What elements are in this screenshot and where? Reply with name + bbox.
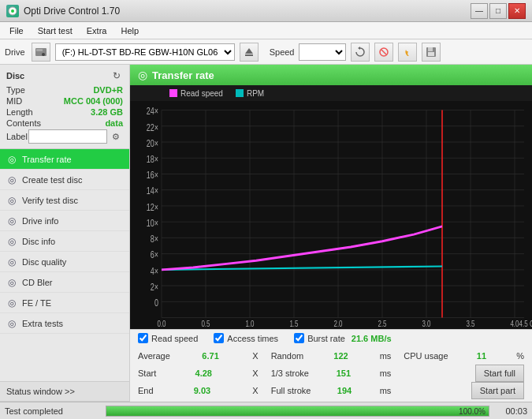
start-unit: X [252,368,258,378]
nav-item-cd-bler[interactable]: ◎ CD Bler [0,272,129,293]
svg-text:4×: 4× [151,265,158,276]
nav-item-drive-info[interactable]: ◎ Drive info [0,211,129,231]
cpu-value: 11 [477,351,486,361]
menu-help[interactable]: Help [114,23,145,39]
checkboxes-row: Read speed Access times Burst rate 21.6 … [130,329,532,346]
svg-text:0.0: 0.0 [157,319,166,329]
stat-row-cpu: CPU usage 11 % [404,348,524,364]
menu-extra[interactable]: Extra [80,23,113,39]
end-unit: X [252,386,258,395]
disc-panel-title: Disc [6,71,24,80]
nav-item-disc-quality[interactable]: ◎ Disc quality [0,252,129,272]
svg-text:18×: 18× [147,153,158,164]
nav-item-disc-info[interactable]: ◎ Disc info [0,231,129,252]
speed-select[interactable] [299,43,346,61]
transfer-rate-icon: ◎ [6,154,17,165]
nav-label-drive-info: Drive info [22,216,58,226]
drive-eject-btn[interactable] [240,43,259,62]
burst-rate-checkbox-item[interactable]: Burst rate 21.6 MB/s [294,333,391,343]
drive-select[interactable]: (F:) HL-DT-ST BD-RE GBW-H10N GL06 [55,43,235,61]
nav-label-disc-quality: Disc quality [22,257,66,267]
label-settings-btn[interactable]: ⚙ [109,129,123,144]
svg-text:12×: 12× [147,201,158,212]
transfer-rate-chart: 24× 22× 20× 18× 16× 14× 12× 10× 8× 6× 4×… [130,101,532,329]
legend-rpm-dot [236,89,244,97]
erase-btn[interactable] [374,43,393,62]
progress-bar-container: 100.0% [106,406,489,417]
status-window-label: Status window >> [6,387,75,396]
burst-rate-checkbox-label: Burst rate [307,334,345,343]
svg-line-9 [381,50,386,54]
stat-row-start: Start 4.28 X [138,365,259,381]
right-panel: ◎ Transfer rate Read speed RPM [130,65,532,402]
nav-item-transfer-rate[interactable]: ◎ Transfer rate [0,149,129,170]
disc-label-label: Label [6,132,28,141]
stat-row-start-full[interactable]: Start full [404,365,524,381]
svg-rect-11 [428,47,433,51]
nav-item-fe-te[interactable]: ◎ FE / TE [0,293,129,313]
svg-rect-4 [36,49,43,51]
window-controls: — □ ✕ [471,3,526,19]
main-content: Disc ↻ Type DVD+R MID MCC 004 (000) Leng… [0,65,532,402]
svg-rect-13 [130,101,532,329]
average-unit: X [252,351,258,361]
burn-btn[interactable] [398,43,417,62]
cpu-unit: % [516,351,524,361]
start-part-button[interactable]: Start part [471,382,524,399]
create-test-disc-icon: ◎ [6,174,17,185]
read-speed-checkbox-item[interactable]: Read speed [138,333,198,343]
close-button[interactable]: ✕ [508,3,526,19]
legend-read-speed: Read speed [169,89,223,98]
burst-rate-value: 21.6 MB/s [352,334,392,343]
svg-text:16×: 16× [147,170,158,181]
disc-label-input[interactable] [28,129,107,144]
svg-text:2.5: 2.5 [378,319,386,329]
start-full-button[interactable]: Start full [475,365,524,382]
speed-label: Speed [270,47,295,57]
read-speed-checkbox[interactable] [138,333,148,343]
nav-items: ◎ Transfer rate ◎ Create test disc ◎ Ver… [0,149,129,381]
menu-file[interactable]: File [3,23,30,39]
save-btn[interactable] [422,43,441,62]
legend-read-speed-label: Read speed [180,89,223,98]
disc-mid-label: MID [6,96,22,106]
svg-text:1.0: 1.0 [245,319,254,329]
nav-item-verify-test-disc[interactable]: ◎ Verify test disc [0,190,129,211]
maximize-button[interactable]: □ [489,3,507,19]
end-value: 9.03 [194,386,210,395]
disc-length-label: Length [6,107,33,117]
chart-area: 24× 22× 20× 18× 16× 14× 12× 10× 8× 6× 4×… [130,101,532,329]
stat-row-start-part[interactable]: Start part [404,383,524,398]
stat-row-stroke1: 1/3 stroke 151 ms [271,365,392,381]
disc-type-value: DVD+R [93,85,123,95]
menu-start-test[interactable]: Start test [32,23,79,39]
nav-label-disc-info: Disc info [22,237,55,246]
full-stroke-label: Full stroke [271,386,311,395]
access-times-checkbox[interactable] [214,333,224,343]
nav-item-extra-tests[interactable]: ◎ Extra tests [0,313,129,334]
svg-text:20×: 20× [147,137,158,148]
access-times-checkbox-item[interactable]: Access times [214,333,278,343]
disc-contents-label: Contents [6,118,41,128]
svg-text:3.5: 3.5 [466,319,474,329]
random-label: Random [271,351,304,361]
nav-item-create-test-disc[interactable]: ◎ Create test disc [0,170,129,190]
status-window-btn[interactable]: Status window >> [0,381,129,402]
nav-label-fe-te: FE / TE [22,298,51,308]
minimize-button[interactable]: — [471,3,488,19]
random-unit: ms [380,351,392,361]
chart-header-icon: ◎ [138,69,147,81]
disc-refresh-btn[interactable]: ↻ [110,69,123,82]
app-icon [6,5,19,17]
burst-rate-checkbox[interactable] [294,333,304,343]
svg-text:24×: 24× [147,106,158,117]
disc-type-label: Type [6,85,25,95]
disc-contents-value: data [105,118,123,128]
disc-mid-value: MCC 004 (000) [64,96,123,106]
cd-bler-icon: ◎ [6,277,17,288]
svg-text:2.0: 2.0 [333,319,342,329]
drive-icon-btn[interactable] [32,43,50,62]
speed-refresh-btn[interactable] [351,43,370,62]
verify-test-disc-icon: ◎ [6,195,17,206]
stats-area: Average 6.71 X Start 4.28 X End 9.03 X R… [130,346,532,402]
